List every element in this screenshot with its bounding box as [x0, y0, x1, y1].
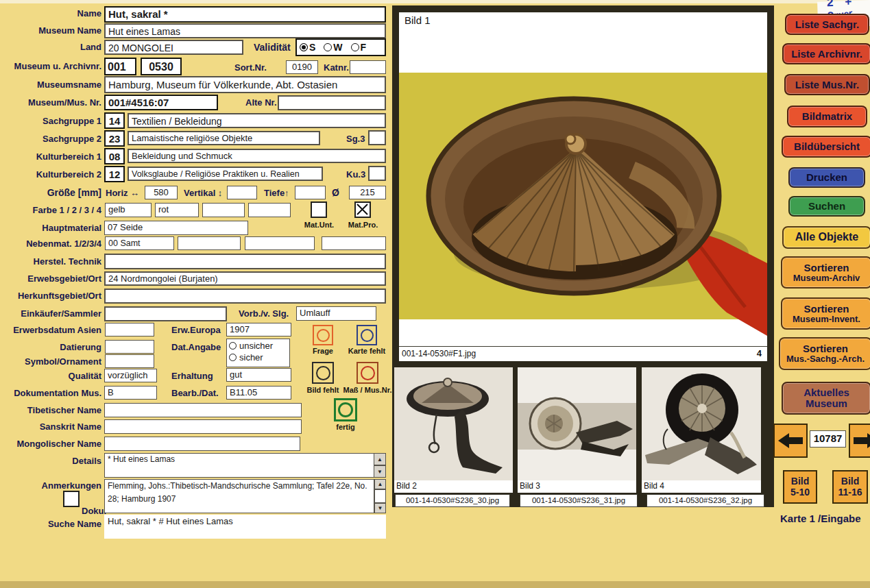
einkaeufer-field[interactable]	[104, 306, 227, 321]
archiv-nr-field[interactable]: 0530	[141, 58, 182, 75]
details-field[interactable]: * Hut eines Lamas	[104, 453, 374, 478]
mat-unt-checkbox[interactable]	[311, 201, 327, 218]
anmerkungen-scroll-up[interactable]: ▲	[374, 479, 386, 489]
museumsname-field[interactable]: Hamburg, Museum für Völkerkunde, Abt. Os…	[104, 76, 386, 93]
thumbnail-1[interactable]: Bild 2	[394, 367, 513, 493]
dokumentation-mus-field[interactable]: B	[104, 386, 157, 400]
dat-angabe-radio-sicher[interactable]	[229, 354, 237, 361]
datierung-field[interactable]	[105, 340, 154, 354]
erwerbsdatum-asien-field[interactable]	[105, 323, 154, 336]
next-record-button[interactable]	[849, 424, 870, 458]
farbe2-field[interactable]: rot	[155, 203, 199, 217]
museum-mus-nr-field[interactable]: 001#4516:07	[104, 95, 218, 110]
alte-nr-field[interactable]	[278, 95, 386, 110]
anmerkungen-scroll-track[interactable]	[374, 489, 386, 503]
vorb-slg-field[interactable]: Umlauff	[296, 306, 376, 321]
thumbnail-2[interactable]: Bild 3	[518, 367, 636, 493]
sachgruppe1-field[interactable]: Textilien / Bekleidung	[128, 113, 386, 128]
alle-objekte-button[interactable]: Alle Objekte	[782, 226, 870, 249]
durchmesser-field[interactable]: 215	[349, 186, 386, 199]
aktuelles-museum-button[interactable]: Aktuelles Museum	[782, 382, 870, 415]
liste-sachgr-button[interactable]: Liste Sachgr.	[785, 14, 869, 35]
kulturbereich2-field[interactable]: Volksglaube / Religiöse Praktiken u. Rea…	[128, 167, 323, 181]
farbe4-field[interactable]	[248, 203, 291, 217]
museum-mus-nr-label: Museum/Mus. Nr.	[0, 97, 101, 108]
sortieren-archiv-line2: Museum-Archiv	[793, 273, 860, 283]
dat-angabe-radio-unsicher[interactable]	[229, 342, 237, 350]
name-field[interactable]: Hut, sakral *	[104, 6, 386, 23]
bild-fehlt-icon[interactable]	[312, 362, 334, 384]
mongolischer-name-field[interactable]	[104, 437, 300, 451]
nebenmat4-field[interactable]	[322, 236, 386, 250]
validitaet-radio-w[interactable]	[324, 43, 332, 51]
doku-checkbox[interactable]	[63, 491, 80, 507]
fertig-icon[interactable]	[334, 398, 357, 421]
suche-name-field[interactable]: Hut, sakral * # Hut eines Lamas	[104, 515, 386, 539]
bild-5-10-button[interactable]: Bild 5-10	[783, 470, 817, 504]
qualitaet-field[interactable]: vorzüglich	[104, 369, 157, 382]
nebenmat3-field[interactable]	[245, 236, 315, 250]
vertikal-field[interactable]	[227, 186, 257, 199]
thumbnail-3[interactable]: Bild 4	[642, 367, 761, 493]
farbe3-field[interactable]	[202, 203, 245, 217]
herkunftsgebiet-field[interactable]	[104, 289, 386, 304]
kulturbereich1-field[interactable]: Bekleidung und Schmuck	[128, 149, 386, 163]
validitaet-radio-f[interactable]	[351, 43, 359, 51]
anmerkungen-field[interactable]: Flemming, Johs.:Thibetisch-Mandschurisch…	[104, 479, 374, 513]
record-number-field[interactable]: 10787	[810, 430, 846, 448]
land-field[interactable]: 20 MONGOLEI	[104, 40, 243, 55]
validitaet-radio-s[interactable]	[300, 43, 308, 51]
kulturbereich1-code[interactable]: 08	[104, 148, 125, 164]
farbe1-field[interactable]: gelb	[105, 203, 152, 217]
sortnr-field[interactable]: 0190	[286, 60, 318, 74]
sg3-field[interactable]	[368, 130, 386, 145]
thumbnail-3-label: Bild 4	[642, 480, 761, 493]
erw-europa-field[interactable]: 1907	[226, 323, 291, 336]
mass-mus-nr-icon[interactable]	[357, 362, 378, 384]
liste-mus-nr-button[interactable]: Liste Mus.Nr.	[784, 74, 870, 95]
main-photo[interactable]: Bild 1	[399, 12, 767, 346]
symbol-ornament-field[interactable]	[105, 354, 154, 368]
thumbnail-1-illustration	[394, 367, 513, 480]
erhaltung-field[interactable]: gut	[226, 368, 291, 382]
details-scroll-up[interactable]: ▲	[374, 453, 386, 465]
sachgruppe2-code[interactable]: 23	[104, 130, 125, 147]
katnr-field[interactable]	[350, 60, 386, 74]
liste-archivnr-button[interactable]: Liste Archivnr.	[782, 43, 870, 64]
nebenmat2-field[interactable]	[178, 236, 241, 250]
museum-name-field[interactable]: Hut eines Lamas	[104, 23, 386, 38]
dat-angabe-option-sicher: sicher	[239, 352, 263, 363]
drucken-button[interactable]: Drucken	[788, 167, 865, 188]
arrow-left-icon	[778, 432, 803, 449]
sortieren-museum-archiv-button[interactable]: Sortieren Museum-Archiv	[781, 256, 870, 289]
herstel-technik-field[interactable]	[104, 254, 386, 269]
sachgruppe1-code[interactable]: 14	[104, 112, 125, 129]
hauptmaterial-field[interactable]: 07 Seide	[104, 221, 248, 235]
kulturbereich2-code[interactable]: 12	[104, 166, 125, 182]
main-photo-filename: 001-14-0530#F1.jpg	[402, 349, 476, 358]
nebenmat1-field[interactable]: 00 Samt	[105, 236, 174, 250]
tiefe-field[interactable]	[295, 186, 326, 199]
sanskrit-name-field[interactable]	[104, 419, 302, 434]
karte-fehlt-icon[interactable]	[357, 325, 377, 345]
frage-icon[interactable]	[313, 325, 333, 345]
previous-record-button[interactable]	[773, 424, 808, 458]
bilduebersicht-button[interactable]: Bildübersicht	[782, 136, 870, 158]
sortieren-museum-invent-button[interactable]: Sortieren Museum-Invent.	[781, 297, 870, 330]
bild-11-16-button[interactable]: Bild 11-16	[832, 470, 868, 504]
tibetischer-name-field[interactable]	[104, 403, 302, 417]
bearb-dat-field[interactable]: B11.05	[226, 386, 291, 400]
horiz-field[interactable]: 580	[145, 186, 178, 199]
erhaltung-label: Erhaltung	[171, 371, 213, 381]
sachgruppe2-field[interactable]: Lamaistische religiöse Objekte	[128, 131, 320, 145]
mat-pro-checkbox[interactable]	[354, 201, 371, 218]
anmerkungen-scroll-down[interactable]: ▼	[374, 503, 386, 513]
symbol-ornament-label: Symbol/Ornament	[0, 356, 101, 367]
suchen-button[interactable]: Suchen	[788, 196, 865, 217]
bildmatrix-button[interactable]: Bildmatrix	[787, 106, 867, 127]
details-scroll-down[interactable]: ▼	[374, 465, 386, 478]
sortieren-mus-sachg-arch-button[interactable]: Sortieren Mus.-Sachg.-Arch.	[779, 337, 870, 370]
ku3-field[interactable]	[368, 166, 386, 181]
erwebsgebiet-field[interactable]: 24 Nordmongolei (Burjaten)	[104, 271, 386, 286]
museum-nr-field[interactable]: 001	[104, 58, 136, 75]
